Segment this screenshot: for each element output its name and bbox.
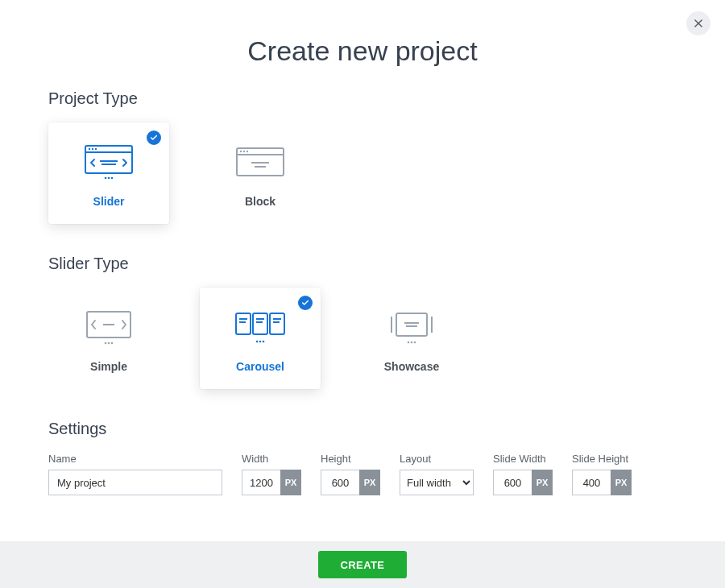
- project-type-block[interactable]: Block: [200, 122, 321, 224]
- settings-heading: Settings: [48, 420, 677, 438]
- checkmark-icon: [298, 296, 313, 310]
- svg-point-9: [105, 177, 107, 180]
- showcase-icon: [385, 304, 438, 352]
- width-label: Width: [242, 453, 301, 465]
- card-label: Slider: [93, 195, 125, 208]
- svg-rect-26: [270, 313, 284, 334]
- name-input[interactable]: [48, 470, 222, 495]
- slider-type-simple[interactable]: Simple: [48, 288, 169, 389]
- slide-height-input[interactable]: [572, 470, 611, 495]
- slider-icon: [84, 139, 134, 187]
- card-label: Simple: [90, 360, 127, 373]
- slide-width-input[interactable]: [493, 470, 532, 495]
- svg-point-6: [95, 148, 97, 150]
- svg-point-15: [243, 151, 245, 152]
- height-field: Height PX: [321, 453, 380, 495]
- slide-height-unit: PX: [611, 470, 632, 495]
- block-icon: [235, 139, 285, 187]
- svg-rect-24: [236, 313, 251, 334]
- close-button[interactable]: [686, 11, 710, 35]
- svg-point-22: [108, 342, 110, 345]
- svg-rect-25: [253, 313, 267, 334]
- simple-icon: [84, 304, 134, 352]
- slider-type-showcase[interactable]: Showcase: [351, 288, 472, 389]
- card-label: Block: [245, 195, 276, 208]
- height-input[interactable]: [321, 470, 359, 495]
- close-icon: [693, 18, 704, 29]
- slide-width-unit: PX: [532, 470, 553, 495]
- svg-point-41: [414, 342, 416, 344]
- svg-point-40: [411, 342, 413, 344]
- name-label: Name: [48, 453, 222, 465]
- svg-point-4: [89, 148, 90, 150]
- svg-point-14: [240, 151, 242, 152]
- slider-type-heading: Slider Type: [48, 255, 677, 273]
- layout-select[interactable]: Full width: [400, 470, 474, 495]
- svg-rect-36: [396, 313, 427, 336]
- svg-point-33: [256, 341, 259, 343]
- slide-height-label: Slide Height: [572, 453, 632, 465]
- project-type-heading: Project Type: [48, 89, 677, 108]
- project-type-slider[interactable]: Slider: [48, 122, 169, 224]
- layout-label: Layout: [400, 453, 474, 465]
- checkmark-icon: [147, 130, 161, 145]
- height-label: Height: [321, 453, 380, 465]
- slide-height-field: Slide Height PX: [572, 453, 632, 495]
- svg-point-11: [111, 177, 114, 180]
- svg-point-5: [92, 148, 93, 150]
- height-unit: PX: [359, 470, 380, 495]
- create-button[interactable]: CREATE: [318, 551, 408, 578]
- width-unit: PX: [280, 470, 301, 495]
- carousel-icon: [234, 304, 287, 352]
- modal-footer: CREATE: [0, 541, 725, 588]
- svg-point-21: [105, 342, 107, 345]
- svg-point-35: [263, 341, 265, 343]
- slide-width-label: Slide Width: [493, 453, 553, 465]
- svg-point-34: [259, 341, 262, 343]
- svg-point-39: [408, 342, 410, 344]
- slider-type-carousel[interactable]: Carousel: [200, 288, 321, 389]
- project-type-options: Slider Block: [48, 122, 677, 224]
- width-field: Width PX: [242, 453, 301, 495]
- svg-point-10: [108, 177, 110, 180]
- name-field: Name: [48, 453, 222, 495]
- card-label: Carousel: [236, 360, 284, 373]
- slider-type-options: Simple Carousel: [48, 288, 677, 389]
- svg-point-23: [111, 342, 114, 345]
- layout-field: Layout Full width: [400, 453, 474, 495]
- svg-point-16: [246, 151, 248, 152]
- modal-title: Create new project: [48, 35, 677, 67]
- settings-row: Name Width PX Height PX Layout Full widt…: [48, 453, 677, 495]
- width-input[interactable]: [242, 470, 280, 495]
- slide-width-field: Slide Width PX: [493, 453, 553, 495]
- card-label: Showcase: [384, 360, 439, 373]
